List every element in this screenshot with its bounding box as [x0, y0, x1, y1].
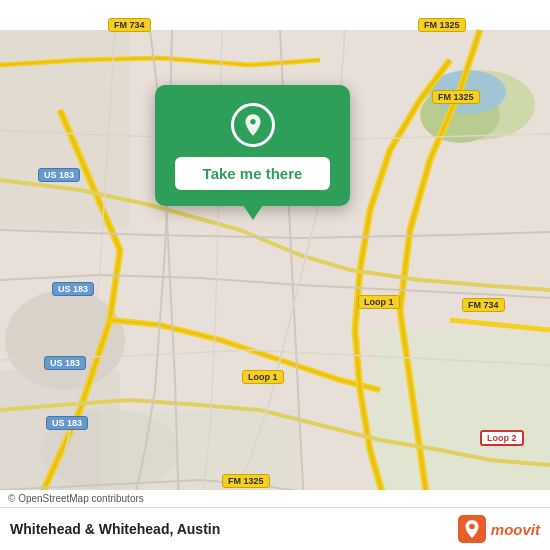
road-badge-loop1-2: Loop 1	[242, 370, 284, 384]
moovit-text: moovit	[491, 521, 540, 538]
map-container: FM 734 FM 1325 FM 1325 US 183 US 183 US …	[0, 0, 550, 550]
road-badge-fm1325-mid: FM 1325	[432, 90, 480, 104]
map-svg	[0, 0, 550, 550]
road-badge-fm1325-bottom: FM 1325	[222, 474, 270, 488]
take-me-there-button[interactable]: Take me there	[175, 157, 330, 190]
info-row: Whitehead & Whitehead, Austin moovit	[0, 508, 550, 550]
popup-card: Take me there	[155, 85, 350, 206]
road-badge-us183-3: US 183	[44, 356, 86, 370]
moovit-brand-icon	[458, 515, 486, 543]
road-badge-fm734-right: FM 734	[462, 298, 505, 312]
bottom-bar: © OpenStreetMap contributors Whitehead &…	[0, 490, 550, 550]
road-badge-loop2: Loop 2	[480, 430, 524, 446]
copyright-row: © OpenStreetMap contributors	[0, 490, 550, 508]
moovit-logo: moovit	[458, 515, 540, 543]
location-pin-icon	[240, 112, 266, 138]
road-badge-fm1325-top: FM 1325	[418, 18, 466, 32]
svg-point-11	[250, 119, 255, 124]
road-badge-fm734-top: FM 734	[108, 18, 151, 32]
road-badge-us183-2: US 183	[52, 282, 94, 296]
copyright-text: © OpenStreetMap contributors	[8, 493, 144, 504]
road-badge-us183-4: US 183	[46, 416, 88, 430]
svg-point-13	[469, 524, 475, 530]
road-badge-loop1-1: Loop 1	[358, 295, 400, 309]
road-badge-us183-1: US 183	[38, 168, 80, 182]
location-name: Whitehead & Whitehead, Austin	[10, 521, 220, 537]
location-icon-wrap	[231, 103, 275, 147]
